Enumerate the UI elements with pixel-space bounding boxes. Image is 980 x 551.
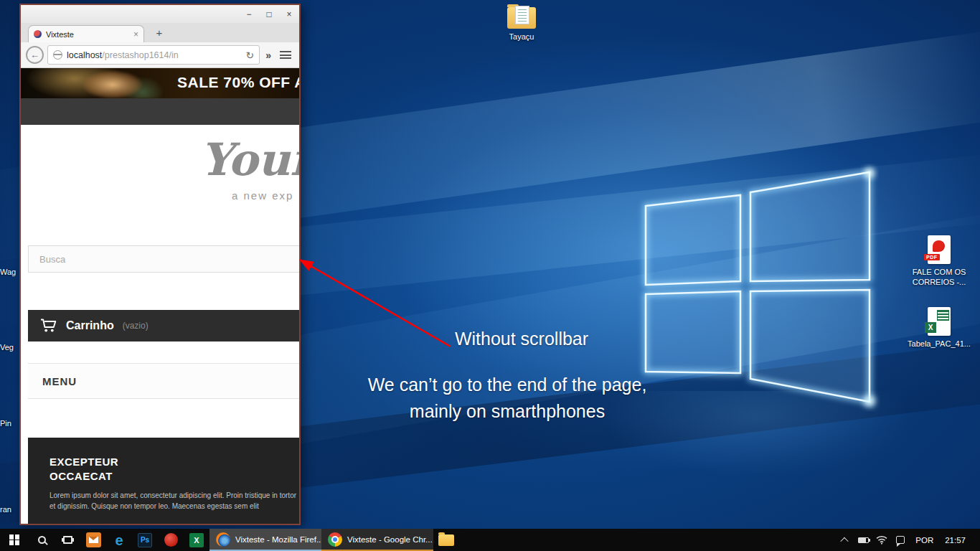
- block-body-text: Lorem ipsum dolor sit amet, consectetur …: [50, 490, 299, 512]
- desktop-icon-label-partial[interactable]: ran: [0, 505, 21, 514]
- pdf-file-icon: PDF: [928, 235, 951, 264]
- excel-logo: X: [925, 322, 936, 333]
- logo-script-text: Your: [200, 133, 299, 186]
- navigation-bar: ← localhost/prestashop1614/in ↻ »: [21, 42, 299, 68]
- mail-app-button[interactable]: [80, 529, 106, 551]
- folder-icon: [507, 7, 536, 29]
- desktop-icon-label-partial[interactable]: Veg: [0, 343, 21, 352]
- chevron-up-icon: [841, 537, 849, 545]
- minimize-button[interactable]: −: [239, 9, 259, 19]
- taskbar-window-label: Vixteste - Google Chr...: [347, 535, 433, 544]
- address-bar[interactable]: localhost/prestashop1614/in ↻: [47, 45, 260, 65]
- desktop-icon-excel[interactable]: X Tabela_PAC_41...: [907, 307, 971, 349]
- desktop-icon-tayacu[interactable]: Tayaçu: [498, 7, 545, 42]
- page-viewport: SALE 70% OFF A Your a new exp Carrinho (…: [21, 68, 299, 524]
- excel-file-icon: X: [928, 307, 951, 336]
- tab-bar: Vixteste × +: [21, 23, 299, 42]
- desktop-icon-label-partial[interactable]: Pin: [0, 419, 21, 428]
- excel-icon: X: [189, 533, 204, 547]
- hero-banner[interactable]: SALE 70% OFF A: [21, 68, 299, 98]
- taskbar-window-label: Vixteste - Mozilla Firef...: [235, 535, 321, 544]
- edge-app-button[interactable]: e: [106, 529, 132, 551]
- menu-button[interactable]: [277, 50, 294, 61]
- clock[interactable]: 21:57: [939, 536, 971, 545]
- maximize-button[interactable]: □: [259, 9, 279, 19]
- start-button[interactable]: [0, 529, 29, 551]
- tray-expand-button[interactable]: [835, 537, 854, 543]
- banner-model-image: [21, 68, 189, 98]
- desktop-icon-pdf[interactable]: PDF FALE COM OS CORREIOS -...: [907, 235, 971, 287]
- close-button[interactable]: ×: [279, 9, 299, 19]
- desktop-icon-label: FALE COM OS CORREIOS -...: [907, 267, 971, 287]
- menu-header[interactable]: MENU: [28, 363, 299, 399]
- action-center-button[interactable]: [891, 536, 910, 544]
- content-block: EXCEPTEUR OCCAECAT Lorem ipsum dolor sit…: [28, 438, 299, 524]
- logo-tagline: a new exp: [232, 189, 293, 202]
- red-app-icon: [164, 533, 178, 547]
- task-view-button[interactable]: [55, 529, 80, 551]
- globe-icon: [53, 50, 62, 60]
- annotation-text-1: Without scrollbar: [400, 329, 644, 349]
- pdf-badge: PDF: [924, 254, 940, 260]
- desktop: Tayaçu PDF FALE COM OS CORREIOS -... X T…: [0, 0, 980, 551]
- desktop-icon-label-partial[interactable]: Wag: [0, 268, 21, 276]
- url-host: localhost: [67, 50, 102, 60]
- edge-icon: e: [115, 533, 123, 547]
- tab-close-icon[interactable]: ×: [133, 29, 138, 39]
- battery-icon: [858, 537, 869, 543]
- task-view-icon: [63, 536, 72, 544]
- cart-button[interactable]: Carrinho (vazio): [28, 310, 299, 342]
- menu-label: MENU: [42, 375, 77, 387]
- store-logo[interactable]: Your a new exp: [21, 125, 299, 245]
- site-favicon-icon: [34, 30, 42, 38]
- wifi-icon: [876, 535, 887, 545]
- cart-status: (vazio): [123, 321, 149, 331]
- tab-title: Vixteste: [46, 30, 129, 39]
- taskbar-search-button[interactable]: [29, 529, 55, 551]
- search-icon: [38, 536, 46, 544]
- browser-titlebar[interactable]: − □ ×: [21, 5, 299, 23]
- tab-vixteste[interactable]: Vixteste ×: [28, 25, 144, 42]
- banner-text: SALE 70% OFF A: [177, 74, 299, 91]
- taskbar-window-firefox[interactable]: Vixteste - Mozilla Firef...: [209, 529, 321, 551]
- windows-start-icon: [9, 534, 20, 545]
- notification-icon: [896, 536, 905, 544]
- taskbar-window-chrome[interactable]: Vixteste - Google Chr...: [321, 529, 433, 551]
- annotation-text-2: We can’t go to the end of the page, main…: [287, 372, 727, 425]
- excel-app-button[interactable]: X: [184, 529, 209, 551]
- network-indicator[interactable]: [872, 535, 891, 545]
- desktop-icon-label: Tabela_PAC_41...: [907, 339, 971, 349]
- photoshop-app-button[interactable]: Ps: [132, 529, 158, 551]
- file-explorer-button[interactable]: [433, 529, 459, 551]
- red-app-button[interactable]: [158, 529, 184, 551]
- cart-label: Carrinho: [66, 319, 114, 332]
- taskbar: e Ps X Vixteste - Mozilla Firef... Vixte…: [0, 529, 980, 551]
- system-tray: POR 21:57: [835, 529, 980, 551]
- folder-icon: [438, 534, 454, 546]
- firefox-icon: [216, 532, 230, 547]
- chrome-icon: [328, 532, 342, 547]
- url-text: localhost/prestashop1614/in: [67, 50, 241, 60]
- nav-strip: [21, 98, 299, 125]
- browser-window: − □ × Vixteste × + ← localhost/prestasho…: [19, 4, 301, 525]
- cart-icon: [40, 319, 57, 333]
- photoshop-icon: Ps: [138, 533, 152, 547]
- desktop-icon-label: Tayaçu: [498, 32, 545, 42]
- url-path: /prestashop1614/in: [102, 50, 178, 60]
- new-tab-button[interactable]: +: [151, 27, 167, 39]
- block-title: EXCEPTEUR OCCAECAT: [50, 455, 299, 483]
- reload-button[interactable]: ↻: [245, 50, 254, 61]
- mail-icon: [86, 532, 101, 547]
- overflow-chevron-icon[interactable]: »: [263, 50, 273, 61]
- search-input[interactable]: [28, 245, 299, 273]
- battery-indicator[interactable]: [854, 537, 872, 543]
- language-indicator[interactable]: POR: [910, 536, 939, 545]
- back-button[interactable]: ←: [26, 46, 44, 64]
